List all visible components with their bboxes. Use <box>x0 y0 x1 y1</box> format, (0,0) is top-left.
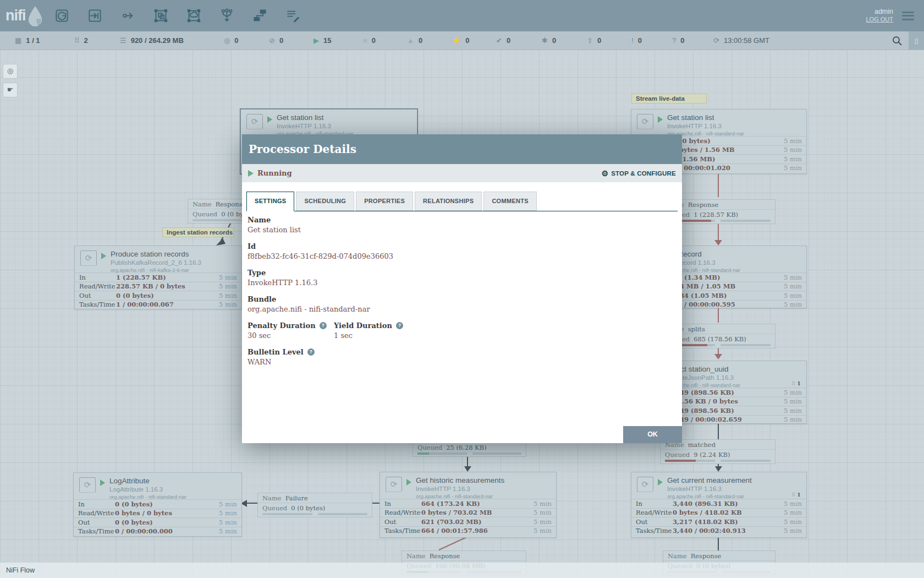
canvas-label[interactable]: Stream live-data <box>631 94 707 103</box>
yield-duration-label: Yield Duration ? <box>334 321 403 330</box>
nifi-drop-icon <box>26 6 45 26</box>
tab-properties[interactable]: PROPERTIES <box>356 192 413 211</box>
stat-label: Out <box>636 518 673 526</box>
bulletin-level-value: WARN <box>248 357 676 367</box>
stat-label: Read/Write <box>78 509 115 517</box>
status-refresh[interactable]: ⟳13:00:58 GMT <box>713 31 769 50</box>
status-stopped: ■0 <box>363 31 376 50</box>
type-label: Type <box>248 268 676 277</box>
connection-label-failure[interactable]: NameFailure Queued0 (0 bytes) <box>257 493 372 517</box>
conn-name-key: Name <box>193 200 212 208</box>
status-cluster: ▦1 / 1 <box>15 31 40 50</box>
stat-period: 5 min <box>784 274 802 281</box>
dialog-title: Processor Details <box>249 143 356 156</box>
processor-type-icon: ⟳ <box>637 114 653 129</box>
gear-icon: ⚙ <box>601 170 608 177</box>
help-icon[interactable]: ? <box>320 322 327 329</box>
stat-value: 3,440 / 00:02:40.913 <box>673 527 784 535</box>
panel-toggle-button[interactable]: ▯ <box>909 31 924 50</box>
running-icon <box>267 116 272 123</box>
search-button[interactable] <box>892 35 903 46</box>
status-queued: ☰920 / 264.29 MB <box>120 31 184 50</box>
tab-scheduling[interactable]: SCHEDULING <box>296 192 354 211</box>
status-running: ▶15 <box>314 31 331 50</box>
disabled-icon: ⚡ <box>452 36 461 45</box>
tab-relationships[interactable]: RELATIONSHIPS <box>415 192 482 211</box>
status-sync-failure: ?0 <box>672 31 684 50</box>
tab-settings[interactable]: SETTINGS <box>246 192 294 211</box>
stat-value: 1 (228.57 KB) <box>116 274 219 281</box>
label-icon[interactable] <box>285 8 300 23</box>
processor-log-attribute[interactable]: ⟳ LogAttribute LogAttribute 1.16.3 org.a… <box>73 472 242 537</box>
logout-link[interactable]: LOG OUT <box>866 16 893 24</box>
status-stale: ⇧0 <box>587 31 601 50</box>
id-value: f8fbeb32-fc46-31cf-829d-074d09e36603 <box>248 251 676 261</box>
stat-period: 5 min <box>534 518 552 526</box>
process-group-icon[interactable] <box>153 8 168 23</box>
stat-value: 0 bytes / 418.02 KB <box>673 509 784 516</box>
processor-bundle: org.apache.nifi - nifi-standard-nar <box>109 494 186 500</box>
stat-value: 0 / 00:00:00.000 <box>115 527 219 535</box>
stat-value: 1 (1.56 MB) <box>673 155 784 163</box>
locally-modified-icon: ✱ <box>542 36 548 45</box>
not-transmitting-icon: ⊘ <box>269 36 275 45</box>
funnel-icon[interactable] <box>219 8 234 23</box>
bulletin-level-label: Bulletin Level ? <box>248 347 676 357</box>
global-menu-icon[interactable] <box>902 12 914 20</box>
stat-value: 664 (173.24 KB) <box>421 500 534 508</box>
stat-period: 5 min <box>784 416 802 423</box>
stat-value: 0 (0 bytes) <box>115 500 219 508</box>
stat-period: 5 min <box>219 274 237 281</box>
processor-name: Get historic measurements <box>416 477 504 484</box>
processor-get-historic-measurements[interactable]: ⟳ Get historic measurements InvokeHTTP 1… <box>380 472 557 538</box>
stat-value: 0 (0 bytes) <box>115 519 219 526</box>
status-locally-modified: ✱0 <box>542 31 556 50</box>
conn-queued-key: Queued <box>193 210 217 218</box>
output-port-icon[interactable] <box>120 8 135 23</box>
processor-name: Get station list <box>667 114 744 122</box>
dialog-tabs: SETTINGS SCHEDULING PROPERTIES RELATIONS… <box>246 192 678 211</box>
processor-produce-station-records[interactable]: ⟳ Produce station records PublishKafkaRe… <box>74 246 242 309</box>
remote-process-group-icon[interactable] <box>186 8 201 23</box>
conn-queued-key: Queued <box>262 504 287 512</box>
stop-and-configure-button[interactable]: ⚙ STOP & CONFIGURE <box>601 170 676 177</box>
conn-queued: 685 (178.56 KB) <box>694 335 746 343</box>
id-label: Id <box>248 242 676 251</box>
input-port-icon[interactable] <box>87 8 102 23</box>
template-icon[interactable] <box>252 8 267 23</box>
document-icon: ▯ <box>914 36 918 45</box>
processor-icon[interactable] <box>54 8 69 23</box>
stat-label: In <box>79 274 116 281</box>
help-icon[interactable]: ? <box>396 322 403 329</box>
processor-bundle: org.apache.nifi - nifi-standard-nar <box>667 494 752 499</box>
conn-name: Response <box>688 201 719 209</box>
running-icon <box>406 479 411 486</box>
stat-value: 8,849 / 00:00:02.659 <box>669 416 784 423</box>
logo-text: nifi <box>6 7 26 24</box>
breadcrumb[interactable]: NiFi Flow <box>6 566 35 574</box>
stat-label: Out <box>79 292 116 299</box>
stat-label: In <box>636 500 673 508</box>
stat-value: 680 (1.34 MB) <box>669 274 784 281</box>
stat-period: 5 min <box>784 301 802 308</box>
queued-icon: ☰ <box>120 36 127 45</box>
nifi-app: ◎ ☛ Stream live-data Ingest station reco… <box>0 0 924 578</box>
processor-get-current-measurement[interactable]: ⟳ Get current measurement InvokeHTTP 1.1… <box>631 472 807 538</box>
stat-label: In <box>384 500 421 508</box>
queue-bars <box>413 452 526 456</box>
nifi-logo: nifi <box>6 6 45 26</box>
processor-type-icon: ⟳ <box>386 477 402 492</box>
pan-tool-button[interactable]: ☛ <box>3 83 18 97</box>
connection-label-queued-25[interactable]: Queued25 (6.28 KB) <box>413 442 526 457</box>
hand-icon: ☛ <box>7 85 14 94</box>
birdseye-button[interactable]: ◎ <box>3 64 18 79</box>
stat-period: 5 min <box>784 146 802 154</box>
tasks-badge: ⠿ 1 <box>792 380 801 386</box>
running-icon <box>658 479 663 486</box>
tab-comments[interactable]: COMMENTS <box>483 192 537 211</box>
canvas-label[interactable]: Ingest station records <box>162 227 234 237</box>
ok-button[interactable]: OK <box>623 426 682 443</box>
help-icon[interactable]: ? <box>307 348 315 356</box>
status-up-to-date: ✔0 <box>496 31 510 50</box>
stat-period: 5 min <box>219 282 237 290</box>
